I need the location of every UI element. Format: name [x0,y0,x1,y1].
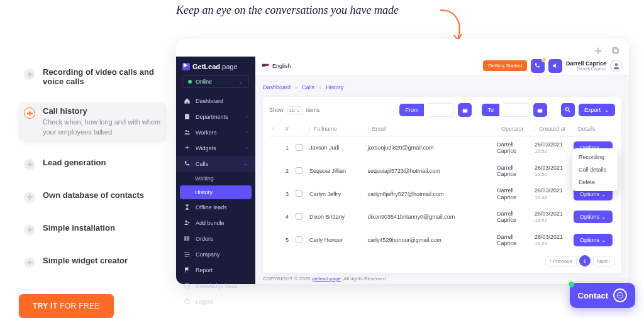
chevron-down-icon: ⌄ [243,161,248,167]
sidebar-item-departments[interactable]: Departments› [176,109,255,124]
row-checkbox[interactable] [296,144,303,151]
row-checkbox[interactable] [296,190,303,197]
feature-widget-creator[interactable]: Simple widget creator [19,251,167,273]
feature-database[interactable]: Own database of contacts [19,186,167,207]
options-call-details[interactable]: Call details [572,163,618,176]
feature-recording[interactable]: Recording of video calls and voice calls [19,63,167,90]
row-checkbox[interactable] [296,167,303,174]
col-details[interactable]: Details [571,122,615,136]
feature-list: Recording of video calls and voice calls… [19,63,167,318]
feature-lead-gen[interactable]: Lead generation [19,153,167,175]
col-select[interactable] [293,122,307,136]
user-menu[interactable]: Darrell Caprice Darrell Caprice [566,60,623,72]
row-email: carlyn8jeffry527@hotmail.com [365,182,495,206]
svg-rect-14 [463,108,468,109]
col-created[interactable]: Created at [532,122,571,136]
calls-table: ↑ # Fullname Email Operator Created at D… [269,122,615,251]
pager-prev[interactable]: ‹ Previous [545,256,577,266]
sidebar-item-orders[interactable]: Orders [176,231,255,246]
table-row: 5Carly Honourcarly4529honour@gmail.comDa… [269,229,615,252]
copy-icon[interactable] [610,45,621,57]
dial-button[interactable] [531,59,545,73]
col-sort[interactable]: ↑ [269,122,283,136]
getting-started-button[interactable]: Getting Started [483,60,527,71]
row-email: jaxsonjudi820@gmail.com [365,136,495,160]
feature-title: Recording of video calls and voice calls [43,67,162,86]
export-button[interactable]: Export ⌄ [579,104,615,116]
row-email: sequoiajil5723@hotmail.com [365,160,495,183]
feature-title: Own database of contacts [43,190,144,200]
row-operator: DarrellCaprice [494,136,532,160]
row-checkbox[interactable] [296,213,303,220]
table-row: 1Jaxson Judijaxsonjudi820@gmail.comDarre… [269,136,615,160]
sidebar-item-calls[interactable]: Calls⌄ [176,156,255,172]
feature-install[interactable]: Simple installation [19,219,167,240]
online-dot-icon [188,80,192,84]
status-selector[interactable]: Online ⌄ [182,75,249,88]
crumb-calls[interactable]: Calls [302,84,314,90]
crumb-dashboard[interactable]: Dashboard [263,84,291,90]
language-selector[interactable]: English [262,63,291,69]
row-created: 26/03/202116:50 [532,160,571,183]
avatar-icon [610,60,623,72]
page-size-select[interactable]: 10 ⌄ [287,106,303,114]
options-dropdown: Recording Call details Delete [572,148,618,191]
row-checkbox[interactable] [296,236,303,243]
date-from-input[interactable] [428,103,454,117]
svg-point-7 [188,254,189,255]
plus-icon[interactable] [592,45,604,57]
row-created: 26/03/202116:47 [532,206,571,229]
sidebar-item-report[interactable]: Report [176,262,255,278]
row-operator: DarrellCaprice [494,229,532,252]
sidebar-item-dashboard[interactable]: Dashboard [176,93,255,109]
date-to-input[interactable] [503,103,530,117]
status-label: Online [196,79,212,85]
col-operator[interactable]: Operator [494,122,532,136]
sidebar-sub-waiting[interactable]: Waiting [176,172,255,185]
sidebar-item-workers[interactable]: Workers› [176,124,255,140]
options-button[interactable]: Options ⌄ [574,211,613,223]
svg-rect-11 [187,299,187,300]
search-button[interactable] [561,103,575,117]
options-recording[interactable]: Recording [572,151,618,163]
sidebar: GetLead.page Online ⌄ Dashboard Departme… [176,57,255,284]
try-free-button[interactable]: TRY IT FOR FREE [19,294,114,318]
sidebar-item-knowledge-base[interactable]: Knowledge base [176,278,255,293]
plus-icon [24,192,35,203]
svg-point-20 [619,295,620,295]
sidebar-sub-history[interactable]: History [180,185,252,199]
row-name: Sequoia Jillian [307,160,365,183]
svg-point-21 [621,295,621,295]
col-fullname[interactable]: Fullname [307,122,365,136]
sidebar-item-add-bundle[interactable]: Add bundle [176,215,255,231]
options-delete[interactable]: Delete [572,176,618,189]
svg-point-19 [618,295,619,295]
sound-button[interactable] [548,59,562,73]
feature-desc: Check when, how long and with whom your … [43,118,162,138]
svg-point-17 [565,107,569,111]
sidebar-item-logout[interactable]: Logout [176,293,255,309]
row-created: 26/03/202116:52 [532,136,571,160]
feature-call-history[interactable]: Call history Check when, how long and wi… [19,102,167,142]
sidebar-item-offline-leads[interactable]: Offline leads [176,199,255,215]
pager-next[interactable]: Next › [593,256,615,266]
calendar-from-button[interactable] [458,103,472,117]
topbar: English Getting Started Darrell Caprice … [255,57,629,75]
sidebar-item-company[interactable]: Company [176,246,255,262]
sidebar-item-widgets[interactable]: Widgets› [176,140,255,156]
calendar-to-button[interactable] [533,103,547,117]
row-num: 3 [283,182,293,206]
pager-current[interactable]: 1 [579,255,591,266]
col-num[interactable]: # [283,122,293,136]
copyright-link[interactable]: getlead.page [312,276,341,282]
table-row: 3Carlyn Jeffrycarlyn8jeffry527@hotmail.c… [269,182,615,206]
col-email[interactable]: Email [365,122,495,136]
brand-logo[interactable]: GetLead.page [176,57,255,75]
hourglass-icon [184,204,191,211]
options-button[interactable]: Options ⌄ [574,234,613,246]
date-to-label: To [482,104,499,116]
date-from-label: From [399,104,424,116]
content-area: Dashboard » Calls » History Show 10 ⌄ it… [255,75,629,284]
contact-widget[interactable]: Contact [570,283,635,308]
row-num: 5 [283,229,293,252]
